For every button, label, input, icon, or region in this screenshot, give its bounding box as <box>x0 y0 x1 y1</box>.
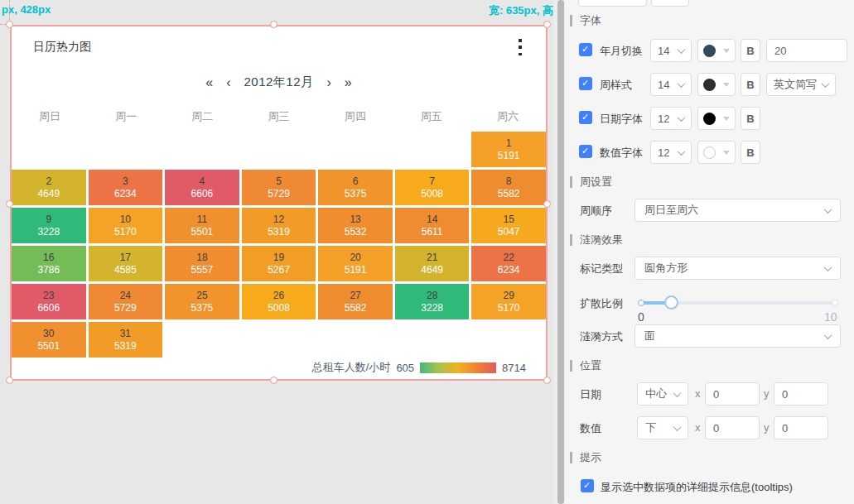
yearmonth-margin-input[interactable]: 20 <box>766 39 847 62</box>
cell-value: 5319 <box>114 340 137 353</box>
calendar-cell[interactable]: 174585 <box>89 246 163 281</box>
week-order-select[interactable]: 周日至周六 <box>634 199 841 222</box>
calendar-cell[interactable]: 93228 <box>12 208 86 243</box>
calendar-cell[interactable]: 163786 <box>12 246 86 281</box>
tooltip-checkbox[interactable] <box>581 479 594 492</box>
scrollbar-thumb[interactable] <box>557 0 564 504</box>
calendar-cell[interactable]: 55729 <box>242 170 316 205</box>
chevron-down-icon <box>673 423 682 431</box>
prev-year-button[interactable]: « <box>205 75 213 90</box>
yearmonth-checkbox[interactable] <box>579 43 592 56</box>
yearmonth-bold-button[interactable]: B <box>741 39 760 62</box>
date-position-row: 日期 中心 x 0 y 0 <box>565 382 854 406</box>
resize-handle-bottom-center[interactable] <box>270 377 277 384</box>
cell-day: 7 <box>429 175 435 188</box>
calendar-cell[interactable]: 255375 <box>165 284 239 319</box>
calendar-cell[interactable]: 115501 <box>165 208 239 243</box>
spread-ratio-slider[interactable] <box>639 300 837 305</box>
next-month-button[interactable]: › <box>327 75 331 90</box>
yearmonth-color-picker[interactable] <box>697 39 736 62</box>
calendar-cell[interactable]: 15191 <box>471 132 546 167</box>
date-y-label: y <box>764 387 770 400</box>
ripple-mode-select[interactable]: 面 <box>634 324 841 348</box>
calendar-cell[interactable]: 305501 <box>12 322 86 358</box>
slider-handle[interactable] <box>664 295 678 310</box>
ripple-mode-label: 涟漪方式 <box>580 329 623 344</box>
resize-handle-bottom-right[interactable] <box>543 377 551 384</box>
resize-handle-middle-left[interactable] <box>6 200 13 208</box>
valuefont-bold-button[interactable]: B <box>741 141 760 164</box>
weekstyle-label: 周样式 <box>600 78 632 93</box>
weekstyle-color-picker[interactable] <box>697 73 736 96</box>
weekday-label: 周三 <box>240 109 316 124</box>
section-week: 周设置 <box>570 175 612 190</box>
calendar-cell[interactable]: 236606 <box>12 284 86 319</box>
weekstyle-format-select[interactable]: 英文简写 <box>766 73 836 96</box>
calendar-cell[interactable]: 265008 <box>242 284 316 319</box>
calendar-cell[interactable]: 85582 <box>471 170 546 205</box>
cell-value: 5582 <box>345 302 367 314</box>
cell-day: 23 <box>43 290 54 302</box>
prev-month-button[interactable]: ‹ <box>226 75 230 90</box>
weekstyle-size-select[interactable]: 14 <box>650 73 692 96</box>
calendar-cell[interactable]: 135532 <box>318 208 393 243</box>
cell-value: 4585 <box>114 264 137 276</box>
chart-card[interactable]: 日历热力图 « ‹ 2012年12月 › » 周日周一周二周三周四周五周六 15… <box>10 25 548 381</box>
tooltip-check-label: 显示选中数据项的详细提示信息(tooltips) <box>601 480 793 495</box>
resize-handle-top-right[interactable] <box>543 21 551 28</box>
panel-scrollbar[interactable] <box>553 0 565 504</box>
calendar-cell[interactable]: 36234 <box>89 170 163 205</box>
next-year-button[interactable]: » <box>345 75 352 90</box>
calendar-cell[interactable]: 275582 <box>318 284 393 319</box>
calendar-cell[interactable]: 295170 <box>471 284 546 319</box>
calendar-cell[interactable]: 125319 <box>242 208 316 243</box>
calendar-cell[interactable]: 214649 <box>395 246 470 281</box>
value-y-input[interactable]: 0 <box>774 416 828 439</box>
cutoff-control-2[interactable] <box>651 0 689 7</box>
week-order-label: 周顺序 <box>580 204 612 218</box>
weekstyle-checkbox[interactable] <box>579 77 592 90</box>
calendar-cell[interactable]: 226234 <box>471 246 546 281</box>
date-align-select[interactable]: 中心 <box>637 382 688 406</box>
valuefont-color-picker[interactable] <box>697 141 736 164</box>
calendar-cell[interactable]: 245729 <box>89 284 163 319</box>
cell-value: 5375 <box>345 188 367 200</box>
calendar-cell[interactable]: 145611 <box>395 208 470 243</box>
calendar-cell[interactable]: 105170 <box>89 208 163 243</box>
datefont-bold-button[interactable]: B <box>741 107 760 130</box>
kebab-menu-icon[interactable] <box>513 37 528 57</box>
cell-value: 5191 <box>345 264 367 276</box>
calendar-cell[interactable]: 283228 <box>395 284 470 319</box>
color-swatch <box>703 146 716 159</box>
caret-down-icon <box>723 83 730 87</box>
calendar-cell[interactable]: 24649 <box>12 170 86 205</box>
date-x-input[interactable]: 0 <box>705 382 760 406</box>
datefont-size-select[interactable]: 12 <box>650 107 692 130</box>
calendar-cell[interactable]: 315319 <box>89 322 163 358</box>
cell-day: 24 <box>120 290 131 302</box>
resize-handle-middle-right[interactable] <box>543 200 551 208</box>
calendar-cell[interactable]: 205191 <box>318 246 393 281</box>
resize-handle-top-center[interactable] <box>270 21 277 28</box>
mark-type-select[interactable]: 圆角方形 <box>634 257 841 280</box>
valuefont-checkbox[interactable] <box>579 145 592 158</box>
yearmonth-size-select[interactable]: 14 <box>650 39 692 62</box>
cutoff-control-1[interactable] <box>578 0 647 7</box>
calendar-cell[interactable]: 155047 <box>471 208 546 243</box>
value-align-select[interactable]: 下 <box>637 416 688 439</box>
calendar-cell[interactable]: 75008 <box>395 170 470 205</box>
valuefont-size-select[interactable]: 12 <box>650 141 692 164</box>
calendar-cell[interactable]: 46606 <box>165 170 239 205</box>
calendar-cell[interactable]: 185557 <box>165 246 239 281</box>
resize-handle-top-left[interactable] <box>6 21 13 28</box>
calendar-cell[interactable]: 195267 <box>242 246 316 281</box>
value-x-input[interactable]: 0 <box>705 416 760 439</box>
datefont-checkbox[interactable] <box>579 111 592 124</box>
cell-value: 5375 <box>191 302 214 314</box>
resize-handle-bottom-left[interactable] <box>6 377 13 384</box>
cell-value: 5557 <box>191 264 214 276</box>
date-y-input[interactable]: 0 <box>774 382 828 406</box>
calendar-cell[interactable]: 65375 <box>318 170 393 205</box>
datefont-color-picker[interactable] <box>697 107 736 130</box>
weekstyle-bold-button[interactable]: B <box>741 73 760 96</box>
